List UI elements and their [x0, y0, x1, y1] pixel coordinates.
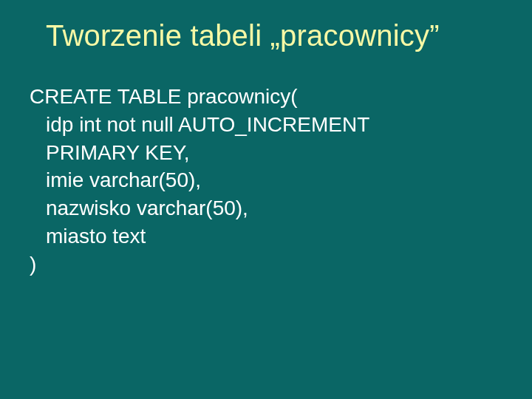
slide: Tworzenie tabeli „pracownicy” CREATE TAB… [0, 0, 532, 399]
code-line-5: nazwisko varchar(50), [30, 194, 502, 222]
code-line-3: PRIMARY KEY, [30, 139, 502, 167]
slide-title: Tworzenie tabeli „pracownicy” [46, 19, 440, 52]
code-line-2: idp int not null AUTO_INCREMENT [30, 111, 502, 139]
code-line-4: imie varchar(50), [30, 166, 502, 194]
code-line-6: miasto text [30, 222, 502, 250]
slide-body: CREATE TABLE pracownicy( idp int not nul… [30, 83, 502, 279]
code-line-1: CREATE TABLE pracownicy( [30, 83, 502, 111]
code-line-7: ) [30, 250, 502, 279]
